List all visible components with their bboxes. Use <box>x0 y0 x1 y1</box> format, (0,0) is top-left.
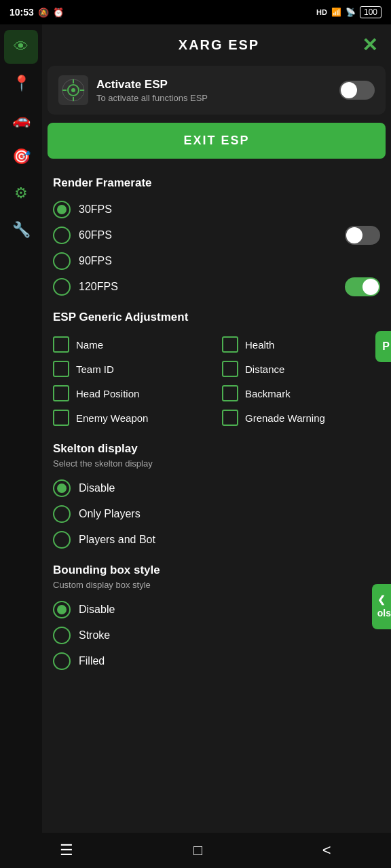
activate-esp-title: Activate ESP <box>96 78 331 92</box>
activate-esp-subtitle: To activate all functions ESP <box>96 93 331 103</box>
render-framerate-section: Render Framerate 30FPS 60FPS 90FPS 120F <box>42 170 391 304</box>
time-display: 10:53 <box>10 7 34 18</box>
checkbox-grenadewarning-box <box>222 410 238 426</box>
bbox-stroke-option[interactable]: Stroke <box>53 623 380 648</box>
checkbox-grenadewarning-label: Grenade Warning <box>245 412 325 424</box>
checkbox-teamid[interactable]: Team ID <box>53 361 211 377</box>
checkbox-backmark[interactable]: Backmark <box>222 385 380 401</box>
main-content: XARG ESP ✕ Activate ESP To activate all … <box>42 24 391 868</box>
fps-toggle-1[interactable] <box>345 226 380 245</box>
vehicle-icon: 🚗 <box>12 111 31 129</box>
title-bar: XARG ESP ✕ <box>42 24 391 66</box>
checkbox-backmark-label: Backmark <box>245 388 291 399</box>
skelton-playersandbot-label: Players and Bot <box>79 534 155 546</box>
skelton-display-title: Skelton display <box>53 442 380 456</box>
sidebar-item-settings[interactable]: ⚙ <box>4 176 38 210</box>
checkbox-enemyweapon[interactable]: Enemy Weapon <box>53 410 211 426</box>
activate-esp-toggle[interactable] <box>339 81 375 100</box>
checkbox-backmark-box <box>222 385 238 401</box>
checkbox-headposition-label: Head Position <box>76 388 139 399</box>
sidebar-item-esp[interactable]: 👁 <box>4 30 38 64</box>
checkbox-teamid-label: Team ID <box>76 363 114 375</box>
bbox-stroke-radio <box>53 627 71 644</box>
fps-30-option[interactable]: 30FPS <box>53 197 112 222</box>
nav-home-icon[interactable]: □ <box>193 842 202 859</box>
checkbox-enemyweapon-label: Enemy Weapon <box>76 412 148 424</box>
aimbot-icon: 🎯 <box>12 148 31 165</box>
nav-back-icon[interactable]: < <box>322 842 331 859</box>
bbox-disable-option[interactable]: Disable <box>53 597 380 623</box>
skelton-disable-label: Disable <box>79 482 115 494</box>
toggle-knob <box>341 82 357 98</box>
fps-120-label: 120FPS <box>79 281 118 293</box>
bbox-filled-label: Filled <box>79 655 105 667</box>
signal-icon: 📶 <box>331 7 341 17</box>
eye-icon: 👁 <box>14 38 29 56</box>
esp-checkbox-grid: Name Health Team ID Distance Head Positi… <box>53 331 380 431</box>
sidebar-item-vehicle[interactable]: 🚗 <box>4 103 38 137</box>
bounding-box-subtitle: Custom display box style <box>53 580 380 590</box>
fps-90-label: 90FPS <box>79 255 112 267</box>
alarm-icon: ⏰ <box>53 7 64 18</box>
skelton-display-section: Skelton display Select the skelton displ… <box>42 435 391 557</box>
skelton-display-subtitle: Select the skelton display <box>53 458 380 469</box>
checkbox-health-label: Health <box>245 339 274 351</box>
checkbox-distance-label: Distance <box>245 363 284 375</box>
render-framerate-title: Render Framerate <box>53 176 380 190</box>
fps-120-radio <box>53 278 71 296</box>
fps-60-row: 60FPS <box>53 222 380 248</box>
checkbox-grenadewarning[interactable]: Grenade Warning <box>222 410 380 426</box>
fps-90-option[interactable]: 90FPS <box>53 248 380 274</box>
checkbox-name[interactable]: Name <box>53 336 211 353</box>
checkbox-distance[interactable]: Distance <box>222 361 380 377</box>
bbox-disable-label: Disable <box>79 604 115 616</box>
bbox-stroke-label: Stroke <box>79 629 110 642</box>
status-right: HD 📶 📡 100 <box>316 6 381 18</box>
skelton-disable-radio <box>53 479 71 497</box>
status-bar: 10:53 🔕 ⏰ HD 📶 📡 100 <box>0 0 391 24</box>
tools-icon: 🔧 <box>12 221 31 239</box>
fps-toggle-2[interactable] <box>345 277 380 296</box>
fps-30-label: 30FPS <box>79 203 112 216</box>
skelton-onlyplayers-radio <box>53 505 71 523</box>
close-button[interactable]: ✕ <box>362 34 377 56</box>
checkbox-health-box <box>222 336 238 353</box>
checkbox-health[interactable]: Health <box>222 336 380 353</box>
sidebar: 👁 📍 🚗 🎯 ⚙ 🔧 <box>0 24 42 868</box>
fps-120-option[interactable]: 120FPS <box>53 274 118 300</box>
checkbox-teamid-box <box>53 361 69 377</box>
activate-esp-text: Activate ESP To activate all functions E… <box>96 78 331 103</box>
checkbox-distance-box <box>222 361 238 377</box>
sidebar-item-location[interactable]: 📍 <box>4 66 38 100</box>
activate-esp-icon <box>58 75 88 105</box>
battery-display: 100 <box>360 6 381 18</box>
nav-menu-icon[interactable]: ☰ <box>60 842 73 859</box>
skelton-onlyplayers-label: Only Players <box>79 508 141 520</box>
exit-esp-button[interactable]: EXIT ESP <box>48 123 386 159</box>
bbox-filled-radio <box>53 652 71 670</box>
checkbox-enemyweapon-box <box>53 410 69 426</box>
fps-60-radio <box>53 226 71 244</box>
checkbox-headposition[interactable]: Head Position <box>53 385 211 401</box>
green-tab-p[interactable]: P <box>375 331 391 362</box>
wifi-icon: 📡 <box>346 7 356 17</box>
fps-120-row: 120FPS <box>53 274 380 300</box>
bbox-filled-option[interactable]: Filled <box>53 648 380 674</box>
skelton-disable-option[interactable]: Disable <box>53 475 380 501</box>
fps-60-option[interactable]: 60FPS <box>53 222 112 248</box>
bounding-box-title: Bounding box style <box>53 564 380 577</box>
fps-60-label: 60FPS <box>79 229 112 241</box>
settings-icon: ⚙ <box>14 184 28 202</box>
checkbox-headposition-box <box>53 385 69 401</box>
hd-badge: HD <box>316 8 327 16</box>
checkbox-name-label: Name <box>76 339 103 351</box>
esp-generic-title: ESP Generic Adjustment <box>53 311 380 324</box>
sidebar-item-tools[interactable]: 🔧 <box>4 213 38 247</box>
fps-30-row: 30FPS <box>53 197 380 222</box>
fps-toggle-1-knob <box>346 227 362 243</box>
esp-generic-section: ESP Generic Adjustment P Name Health Tea… <box>42 304 391 435</box>
skelton-onlyplayers-option[interactable]: Only Players <box>53 501 380 527</box>
checkbox-name-box <box>53 336 69 353</box>
sidebar-item-aimbot[interactable]: 🎯 <box>4 140 38 174</box>
skelton-playersandbot-option[interactable]: Players and Bot <box>53 527 380 553</box>
